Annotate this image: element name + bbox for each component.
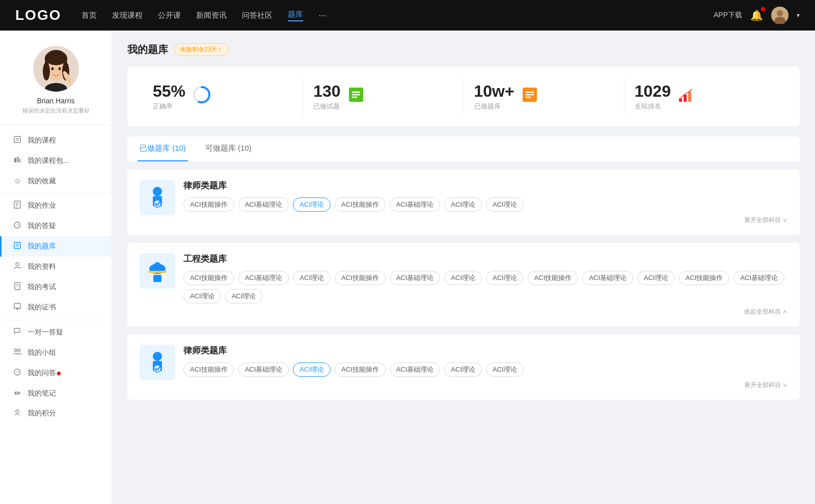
stat-label-banks-done: 已做题库 bbox=[474, 102, 514, 111]
nav-discover[interactable]: 发现课程 bbox=[112, 11, 143, 20]
sidebar-item-my-points[interactable]: 我的积分 bbox=[0, 403, 112, 424]
tag-1-2[interactable]: ACI基础理论 bbox=[238, 198, 289, 212]
tag-2-4[interactable]: ACI技能操作 bbox=[335, 271, 386, 285]
nav-qa[interactable]: 问答社区 bbox=[242, 11, 273, 20]
sidebar-item-my-packages[interactable]: 我的课程包... bbox=[0, 151, 112, 171]
page-title: 我的题库 bbox=[127, 43, 168, 57]
page-wrapper: Brian Harris 错误的决定比没有决定要好 我的课程 我的课程包... … bbox=[0, 31, 815, 504]
sidebar-label-my-exam: 我的考试 bbox=[28, 283, 56, 292]
my-points-icon bbox=[12, 408, 22, 418]
tag-1-1[interactable]: ACI技能操作 bbox=[183, 198, 234, 212]
lawyer-icon-svg-2 bbox=[144, 349, 171, 376]
tag-2-5[interactable]: ACI基础理论 bbox=[390, 271, 441, 285]
avatar[interactable] bbox=[771, 7, 789, 24]
navbar-dropdown-arrow[interactable]: ▾ bbox=[797, 12, 800, 19]
sidebar-item-my-question-bank[interactable]: 我的题库 bbox=[0, 236, 112, 257]
tag-2-9[interactable]: ACI基础理论 bbox=[582, 271, 633, 285]
sidebar-item-my-questions[interactable]: ? 我的问答 bbox=[0, 363, 112, 383]
svg-point-6 bbox=[43, 62, 50, 80]
sidebar-item-my-qa[interactable]: ? 我的答疑 bbox=[0, 216, 112, 236]
tag-2-10[interactable]: ACI理论 bbox=[637, 271, 675, 285]
tag-3-7[interactable]: ACI理论 bbox=[486, 362, 524, 377]
svg-point-10 bbox=[58, 67, 61, 70]
sidebar-item-my-profile[interactable]: 我的资料 bbox=[0, 257, 112, 277]
tag-3-5[interactable]: ACI基础理论 bbox=[390, 362, 441, 377]
qbank-body-1: 律师类题库 ACI技能操作 ACI基础理论 ACI理论 ACI技能操作 ACI基… bbox=[183, 180, 787, 225]
svg-rect-13 bbox=[14, 136, 20, 143]
my-notes-icon: ✏ bbox=[12, 388, 22, 398]
tag-3-4[interactable]: ACI技能操作 bbox=[335, 362, 386, 377]
stat-banks-done-text: 10w+ 已做题库 bbox=[474, 82, 514, 111]
sidebar-label-one-on-one: 一对一答疑 bbox=[28, 328, 63, 337]
my-courses-icon bbox=[12, 135, 22, 146]
svg-rect-60 bbox=[153, 275, 161, 282]
tag-2-13[interactable]: ACI理论 bbox=[183, 289, 221, 303]
tag-2-6[interactable]: ACI理论 bbox=[444, 271, 482, 285]
svg-rect-58 bbox=[148, 271, 167, 273]
tag-2-8[interactable]: ACI技能操作 bbox=[528, 271, 579, 285]
list-green-icon bbox=[347, 86, 365, 104]
tag-1-3[interactable]: ACI理论 bbox=[293, 198, 331, 212]
sidebar-item-my-courses[interactable]: 我的课程 bbox=[0, 130, 112, 151]
tag-2-3[interactable]: ACI理论 bbox=[293, 271, 331, 285]
sidebar-item-one-on-one[interactable]: 一对一答疑 bbox=[0, 322, 112, 343]
tab-available-banks[interactable]: 可做题库 (10) bbox=[203, 136, 254, 161]
engineer-icon-svg bbox=[144, 258, 171, 284]
sidebar-item-my-group[interactable]: 我的小组 bbox=[0, 343, 112, 363]
sidebar-profile: Brian Harris 错误的决定比没有决定要好 bbox=[0, 46, 112, 125]
tag-3-6[interactable]: ACI理论 bbox=[444, 362, 482, 377]
nav-more[interactable]: ··· bbox=[318, 10, 326, 21]
nav-home[interactable]: 首页 bbox=[82, 11, 97, 20]
tag-2-2[interactable]: ACI基础理论 bbox=[238, 271, 289, 285]
sidebar-label-my-group: 我的小组 bbox=[28, 348, 56, 357]
sidebar-item-my-favorites[interactable]: ☆ 我的收藏 bbox=[0, 171, 112, 191]
sidebar-item-my-exam[interactable]: 我的考试 bbox=[0, 277, 112, 297]
stat-value-site-rank: 1029 bbox=[635, 82, 671, 101]
tag-1-6[interactable]: ACI理论 bbox=[444, 198, 482, 212]
svg-rect-52 bbox=[688, 92, 691, 102]
qbank-body-2: 工程类题库 ACI技能操作 ACI基础理论 ACI理论 ACI技能操作 ACI基… bbox=[183, 253, 787, 316]
tag-3-1[interactable]: ACI技能操作 bbox=[183, 362, 234, 377]
stat-correct-rate: 55% 正确率 bbox=[143, 77, 303, 116]
expand-link-3[interactable]: 展开全部科目 ∨ bbox=[183, 381, 787, 389]
tag-1-4[interactable]: ACI技能操作 bbox=[335, 198, 386, 212]
nav-question-bank[interactable]: 题库 bbox=[288, 10, 303, 21]
stat-questions-done: 130 已做试题 bbox=[303, 77, 464, 116]
tab-done-banks[interactable]: 已做题库 (10) bbox=[138, 136, 188, 161]
tag-2-11[interactable]: ACI技能操作 bbox=[679, 271, 730, 285]
svg-text:?: ? bbox=[17, 223, 19, 228]
sidebar-item-my-cert[interactable]: 我的证书 bbox=[0, 297, 112, 318]
svg-point-28 bbox=[16, 263, 19, 266]
qbank-tags-2-row1: ACI技能操作 ACI基础理论 ACI理论 ACI技能操作 ACI基础理论 AC… bbox=[183, 271, 787, 303]
expand-link-1[interactable]: 展开全部科目 ∨ bbox=[183, 216, 787, 225]
my-cert-icon bbox=[12, 302, 22, 313]
tag-1-7[interactable]: ACI理论 bbox=[486, 198, 524, 212]
tag-3-2[interactable]: ACI基础理论 bbox=[238, 362, 289, 377]
svg-rect-25 bbox=[14, 242, 20, 248]
progress-ring-icon bbox=[192, 85, 212, 105]
expand-link-2[interactable]: 收起全部科目 ∧ bbox=[183, 307, 787, 316]
sidebar-item-my-notes[interactable]: ✏ 我的笔记 bbox=[0, 383, 112, 403]
tag-1-5[interactable]: ACI基础理论 bbox=[390, 198, 441, 212]
sidebar-item-my-homework[interactable]: 我的作业 bbox=[0, 195, 112, 216]
tag-2-1[interactable]: ACI技能操作 bbox=[183, 271, 234, 285]
tag-2-7[interactable]: ACI理论 bbox=[486, 271, 524, 285]
nav-news[interactable]: 新闻资讯 bbox=[196, 11, 227, 20]
notification-bell[interactable]: 🔔 bbox=[750, 9, 763, 21]
nav-open-course[interactable]: 公开课 bbox=[158, 11, 181, 20]
qbank-name-1: 律师类题库 bbox=[183, 180, 787, 191]
tag-3-3[interactable]: ACI理论 bbox=[293, 362, 331, 377]
stat-value-questions-done: 130 bbox=[313, 82, 340, 101]
navbar-nav: 首页 发现课程 公开课 新闻资讯 问答社区 题库 ··· bbox=[82, 10, 714, 21]
stat-label-correct-rate: 正确率 bbox=[153, 102, 185, 111]
qbank-name-3: 律师类题库 bbox=[183, 345, 787, 356]
stat-icon-list-green bbox=[347, 86, 365, 107]
tag-2-12[interactable]: ACI基础理论 bbox=[734, 271, 784, 285]
qbank-icon-engineer bbox=[140, 253, 175, 289]
stat-label-site-rank: 全站排名 bbox=[635, 102, 671, 111]
stat-site-rank-text: 1029 全站排名 bbox=[635, 82, 671, 111]
qbank-tags-3: ACI技能操作 ACI基础理论 ACI理论 ACI技能操作 ACI基础理论 AC… bbox=[183, 362, 787, 377]
app-download-button[interactable]: APP下载 bbox=[714, 11, 742, 20]
sidebar-label-my-favorites: 我的收藏 bbox=[28, 177, 56, 186]
tag-2-14[interactable]: ACI理论 bbox=[225, 289, 263, 303]
